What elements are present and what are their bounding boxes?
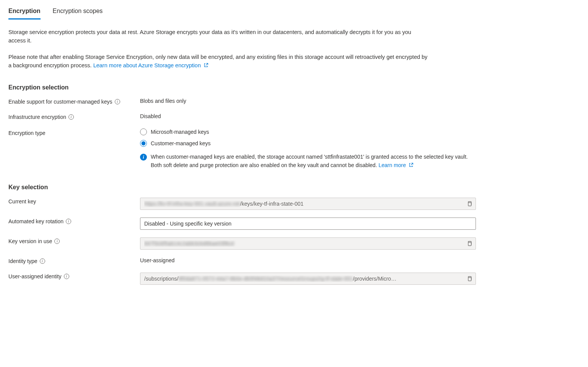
identity-type-value: User-assigned [140, 257, 477, 263]
current-key-input: https://kv-tf-infra-key-001.vault.azure.… [140, 198, 476, 210]
description-p2: Please note that after enabling Storage … [8, 53, 429, 70]
description-p2-text: Please note that after enabling Storage … [8, 54, 427, 68]
key-version-redacted: 847f3cbf5ab14c2abb3cbd6bae03f8cd [144, 240, 234, 247]
external-link-icon [409, 162, 414, 170]
enable-cmk-value: Blobs and files only [140, 98, 477, 104]
info-icon[interactable]: i [64, 274, 69, 279]
automated-key-rotation-input[interactable]: Disabled - Using specific key version [140, 218, 476, 230]
info-filled-icon: i [140, 154, 147, 161]
cmk-learn-more-link[interactable]: Learn more [378, 162, 413, 168]
radio-customer-managed-keys[interactable]: Customer-managed keys [140, 140, 477, 147]
cmk-note-text: When customer-managed keys are enabled, … [151, 154, 468, 168]
user-identity-redacted: 8f0da871-0572-44a7-8b0e-db5f48d10a37/res… [178, 276, 353, 282]
radio-label: Microsoft-managed keys [151, 129, 209, 135]
info-icon[interactable]: i [40, 258, 45, 264]
infrastructure-encryption-value: Disabled [140, 113, 477, 119]
learn-more-encryption-link[interactable]: Learn more about Azure Storage encryptio… [93, 62, 208, 68]
info-icon[interactable]: i [54, 239, 60, 244]
identity-type-label: Identity type i [8, 257, 140, 265]
copy-button[interactable] [466, 275, 473, 283]
encryption-selection-heading: Encryption selection [8, 84, 580, 91]
info-icon[interactable]: i [68, 114, 74, 120]
description-block: Storage service encryption protects your… [8, 28, 429, 70]
external-link-icon [204, 62, 208, 70]
info-icon[interactable]: i [66, 219, 71, 224]
user-identity-suffix: /providers/Micro… [353, 276, 397, 282]
copy-button[interactable] [466, 240, 473, 247]
user-identity-prefix: /subscriptions/ [144, 276, 178, 282]
key-version-label: Key version in use i [8, 237, 140, 245]
current-key-redacted: https://kv-tf-infra-key-001.vault.azure.… [144, 201, 240, 207]
tab-encryption[interactable]: Encryption [8, 6, 41, 19]
radio-microsoft-managed-keys[interactable]: Microsoft-managed keys [140, 128, 477, 135]
radio-label: Customer-managed keys [151, 140, 210, 146]
key-selection-heading: Key selection [8, 184, 580, 191]
encryption-type-radio-group: Microsoft-managed keys Customer-managed … [140, 128, 477, 170]
automated-key-rotation-label: Automated key rotation i [8, 218, 140, 225]
svg-rect-0 [468, 203, 471, 206]
info-icon[interactable]: i [115, 99, 120, 104]
user-assigned-identity-label: User-assigned identity i [8, 273, 140, 280]
enable-cmk-label: Enable support for customer-managed keys… [8, 98, 140, 106]
cmk-info-note: i When customer-managed keys are enabled… [140, 153, 477, 170]
key-version-input: 847f3cbf5ab14c2abb3cbd6bae03f8cd [140, 237, 476, 250]
tabs-bar: Encryption Encryption scopes [8, 6, 580, 19]
tab-encryption-scopes[interactable]: Encryption scopes [53, 6, 103, 19]
copy-button[interactable] [466, 200, 473, 208]
infrastructure-encryption-label: Infrastructure encryption i [8, 113, 140, 121]
encryption-type-label: Encryption type [8, 128, 140, 137]
current-key-clear: /keys/key-tf-infra-state-001 [240, 201, 304, 207]
user-assigned-identity-input: /subscriptions/ 8f0da871-0572-44a7-8b0e-… [140, 273, 476, 285]
svg-rect-1 [468, 242, 471, 246]
svg-rect-2 [468, 278, 471, 281]
current-key-label: Current key [8, 198, 140, 205]
description-p1: Storage service encryption protects your… [8, 28, 429, 45]
